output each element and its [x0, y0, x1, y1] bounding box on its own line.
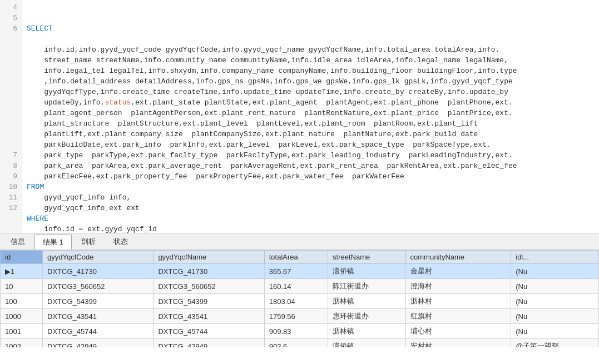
- bottom-section: 信息 结果 1 剖析 状态 id gyydYqcfCode gyydYqcfNa…: [0, 233, 599, 347]
- table-cell: DXTCG_41730: [154, 264, 264, 279]
- table-cell: 160.14: [264, 279, 328, 294]
- table-cell: 902.6: [264, 339, 328, 348]
- col-header-name[interactable]: gyydYqcfName: [154, 251, 264, 264]
- table-cell: 10: [1, 279, 43, 294]
- table-cell: 宏村村: [405, 339, 511, 348]
- table-cell: 澄海村: [405, 279, 511, 294]
- col-header-street[interactable]: streetName: [328, 251, 405, 264]
- table-cell: 1759.56: [264, 309, 328, 324]
- table-cell: 惠环街道办: [328, 309, 405, 324]
- table-cell: (Nu: [511, 279, 599, 294]
- table-cell: 1001: [1, 324, 43, 339]
- table-cell: 365.67: [264, 264, 328, 279]
- table-cell: ▶1: [1, 264, 43, 279]
- table-cell: 陈江街道办: [328, 279, 405, 294]
- table-row[interactable]: 10DXTCG3_560652DXTCG3_560652160.14陈江街道办澄…: [1, 279, 599, 294]
- table-cell: 红旗村: [405, 309, 511, 324]
- tab-results1[interactable]: 结果 1: [34, 235, 72, 250]
- app-container: 4 5 6 7 8 9 10 11 12 SELECT info.id,info…: [0, 0, 599, 364]
- table-cell: 1002: [1, 339, 43, 348]
- table-cell: 沥林镇: [328, 294, 405, 309]
- table-cell: DXTCG_43541: [154, 309, 264, 324]
- table-cell: DXTCG3_560652: [43, 279, 154, 294]
- table-cell: DXTCG_54399: [43, 294, 154, 309]
- table-cell: (Nu: [511, 264, 599, 279]
- table-cell: DXTCG3_560652: [154, 279, 264, 294]
- table-cell: 沥林镇: [328, 324, 405, 339]
- col-header-community[interactable]: communityName: [405, 251, 511, 264]
- table-cell: DXTCG_45744: [154, 324, 264, 339]
- col-header-idl[interactable]: idl...: [511, 251, 599, 264]
- table-cell: 埔心村: [405, 324, 511, 339]
- table-cell: (Nu: [511, 294, 599, 309]
- table-cell: 909.83: [264, 324, 328, 339]
- table-row[interactable]: 1001DXTCG_45744DXTCG_45744909.83沥林镇埔心村(N…: [1, 324, 599, 339]
- table-cell: DXTCG_41730: [43, 264, 154, 279]
- table-cell: 澶侨镇: [328, 339, 405, 348]
- table-cell: DXTCG_43541: [43, 309, 154, 324]
- table-header-row: id gyydYqcfCode gyydYqcfName totalArea s…: [1, 251, 599, 264]
- line-numbers: 4 5 6 7 8 9 10 11 12: [0, 0, 22, 233]
- table-cell: 金星村: [405, 264, 511, 279]
- table-row[interactable]: 100DXTCG_54399DXTCG_543991803.04沥林镇沥林村(N…: [1, 294, 599, 309]
- tab-analysis[interactable]: 剖析: [73, 234, 104, 249]
- tab-status[interactable]: 状态: [105, 234, 136, 249]
- table-cell: DXTCG_54399: [154, 294, 264, 309]
- table-cell: DXTCG_45744: [43, 324, 154, 339]
- col-header-id[interactable]: id: [1, 251, 43, 264]
- table-cell: DXTCG_42949: [154, 339, 264, 348]
- table-cell: 澶侨镇: [328, 264, 405, 279]
- sql-code[interactable]: SELECT info.id,info.gyyd_yqcf_code gyydY…: [22, 0, 599, 233]
- tab-info[interactable]: 信息: [2, 234, 33, 249]
- table-cell: 100: [1, 294, 43, 309]
- table-row[interactable]: 1000DXTCG_43541DXTCG_435411759.56惠环街道办红旗…: [1, 309, 599, 324]
- table-cell: @子笙一望郁: [511, 339, 599, 348]
- col-header-code[interactable]: gyydYqcfCode: [43, 251, 154, 264]
- table-cell: (Nu: [511, 324, 599, 339]
- table-cell: 沥林村: [405, 294, 511, 309]
- table-cell: 1803.04: [264, 294, 328, 309]
- table-row[interactable]: ▶1DXTCG_41730DXTCG_41730365.67澶侨镇金星村(Nu: [1, 264, 599, 279]
- table-row[interactable]: 1002DXTCG_42949DXTCG_42949902.6澶侨镇宏村村@子笙…: [1, 339, 599, 348]
- table-cell: (Nu: [511, 309, 599, 324]
- results-area[interactable]: id gyydYqcfCode gyydYqcfName totalArea s…: [0, 250, 599, 347]
- results-table: id gyydYqcfCode gyydYqcfName totalArea s…: [0, 250, 599, 347]
- table-cell: 1000: [1, 309, 43, 324]
- tabs-bar: 信息 结果 1 剖析 状态: [0, 233, 599, 250]
- code-editor: 4 5 6 7 8 9 10 11 12 SELECT info.id,info…: [0, 0, 599, 233]
- table-cell: DXTCG_42949: [43, 339, 154, 348]
- col-header-area[interactable]: totalArea: [264, 251, 328, 264]
